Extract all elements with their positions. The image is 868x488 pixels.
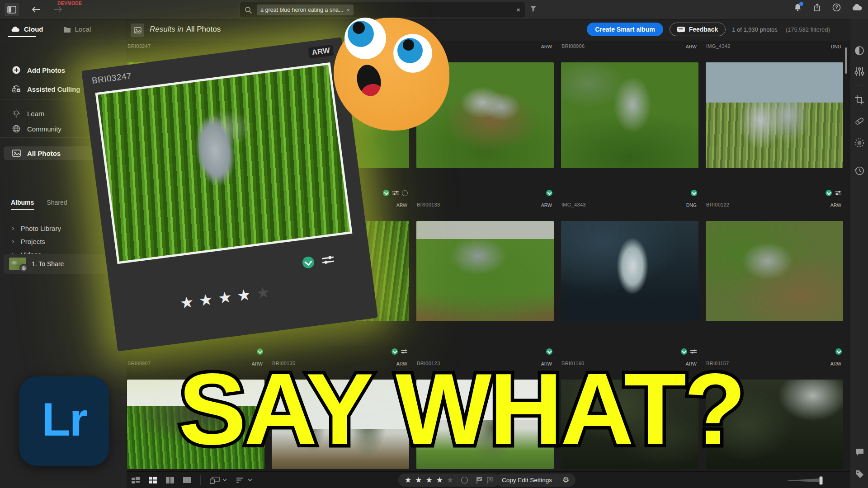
settings-gear-icon[interactable]: ⚙ bbox=[562, 475, 569, 485]
svg-text:?: ? bbox=[835, 5, 838, 10]
edit-icon bbox=[854, 45, 865, 56]
photo-cell[interactable]: BRI00133 ARW bbox=[416, 201, 554, 357]
photo-cell[interactable]: IMG_4343 DNG bbox=[561, 201, 698, 357]
healing-button[interactable] bbox=[850, 116, 868, 127]
tab-local[interactable]: Local bbox=[63, 25, 91, 33]
divider bbox=[472, 475, 472, 485]
help-button[interactable]: ? bbox=[832, 3, 841, 12]
chevron-down-icon bbox=[222, 479, 227, 482]
grid-source-button[interactable] bbox=[131, 23, 144, 37]
divider bbox=[0, 41, 127, 41]
albums-tab-underline bbox=[11, 209, 34, 210]
filter-button[interactable] bbox=[530, 5, 537, 12]
comments-button[interactable] bbox=[850, 448, 868, 456]
format-badge: ARW bbox=[684, 43, 698, 50]
search-clear-icon[interactable]: × bbox=[516, 6, 520, 14]
share-button[interactable] bbox=[813, 3, 821, 12]
photo-grid-icon bbox=[134, 27, 142, 33]
star-icon[interactable]: ★ bbox=[447, 476, 453, 484]
photo-cell[interactable]: BRI08906 ARW bbox=[561, 42, 698, 198]
tab-cloud[interactable]: Cloud bbox=[11, 25, 43, 33]
lightroom-logo: Lr bbox=[19, 376, 109, 466]
card-format-badge: ARW bbox=[308, 45, 334, 59]
photo-cell[interactable]: BRI00122 ARW bbox=[706, 201, 843, 357]
pick-flag-icon[interactable] bbox=[476, 477, 483, 483]
photo-thumbnail bbox=[416, 221, 554, 321]
compare-view-button[interactable] bbox=[166, 477, 174, 483]
create-smart-album-button[interactable]: Create Smart album bbox=[587, 23, 663, 36]
comment-bubble-icon bbox=[855, 448, 864, 456]
photos-icon bbox=[12, 150, 21, 157]
crop-button[interactable] bbox=[850, 95, 868, 105]
astonished-emoji bbox=[334, 18, 449, 131]
caption-text: SAY WHAT? bbox=[131, 358, 791, 460]
star-icon: ★ bbox=[198, 296, 213, 305]
format-badge: ARW bbox=[540, 43, 553, 50]
feedback-bubble-icon bbox=[677, 27, 685, 32]
copy-edit-settings-button[interactable]: Copy Edit Settings bbox=[502, 477, 552, 483]
edit-button[interactable] bbox=[850, 45, 868, 56]
chip-remove-icon[interactable]: × bbox=[346, 7, 350, 14]
bottom-toolbar: ★ ★ ★ ★ ★ Copy Edit Settings ⚙ bbox=[127, 471, 850, 488]
thumbnail-size-slider[interactable] bbox=[788, 478, 823, 483]
notification-dot bbox=[799, 2, 803, 6]
cloud-sync-button[interactable] bbox=[852, 4, 863, 11]
album-label: 1. To Share bbox=[32, 260, 64, 267]
chevron-right-icon: › bbox=[12, 226, 14, 230]
culling-icon bbox=[12, 84, 21, 94]
sort-button[interactable] bbox=[236, 477, 252, 483]
presets-button[interactable] bbox=[850, 66, 868, 77]
photo-cell[interactable]: IMG_4342 DNG bbox=[706, 42, 843, 198]
star-icon[interactable]: ★ bbox=[426, 476, 433, 484]
results-scope: All Photos bbox=[186, 25, 221, 33]
star-icon[interactable]: ★ bbox=[415, 476, 422, 484]
panel-toggle-button[interactable] bbox=[5, 3, 19, 16]
keywords-button[interactable] bbox=[850, 470, 868, 479]
globe-icon bbox=[12, 125, 21, 133]
synced-icon bbox=[383, 190, 389, 196]
synced-icon bbox=[826, 190, 832, 196]
tag-icon bbox=[855, 470, 864, 479]
grid-view-button[interactable] bbox=[149, 477, 157, 483]
rating-flag-group: ★ ★ ★ ★ ★ bbox=[398, 474, 500, 487]
back-button[interactable] bbox=[29, 3, 43, 16]
slider-handle[interactable] bbox=[819, 476, 823, 485]
versions-button[interactable] bbox=[850, 165, 868, 176]
masking-button[interactable] bbox=[850, 137, 868, 148]
star-icon[interactable]: ★ bbox=[436, 476, 443, 484]
color-label-icon[interactable] bbox=[461, 477, 468, 483]
search-input[interactable]: a great blue heron eating a sna... × × bbox=[240, 2, 525, 18]
album-item-to-share[interactable]: 1. To Share 2, bbox=[4, 254, 123, 274]
format-badge: ARW bbox=[829, 202, 843, 208]
plus-circle-icon bbox=[12, 66, 21, 75]
divider bbox=[200, 475, 201, 485]
tab-shared[interactable]: Shared bbox=[47, 199, 67, 206]
folder-icon bbox=[63, 26, 71, 33]
photo-thumbnail bbox=[561, 221, 698, 321]
featured-photo-card: BRI03247 ARW ★ ★ ★ ★ ★ bbox=[81, 37, 378, 351]
format-badge: ARW bbox=[829, 361, 843, 367]
feedback-button[interactable]: Feedback bbox=[670, 23, 726, 36]
search-query-chip[interactable]: a great blue heron eating a sna... × bbox=[257, 5, 354, 15]
masonry-view-button[interactable] bbox=[132, 477, 140, 483]
divider bbox=[457, 475, 458, 485]
synced-icon bbox=[302, 256, 315, 269]
photo-thumbnail bbox=[706, 221, 843, 321]
notifications-button[interactable] bbox=[793, 3, 802, 12]
grid-scrollbar[interactable] bbox=[845, 47, 847, 74]
assisted-culling-label: Assisted Culling bbox=[27, 85, 80, 93]
slideshow-button[interactable] bbox=[210, 477, 227, 484]
reject-flag-icon[interactable] bbox=[486, 477, 494, 483]
star-icon: ★ bbox=[256, 288, 270, 297]
detail-view-button[interactable] bbox=[183, 477, 191, 483]
masking-icon bbox=[854, 137, 865, 148]
copy-edit-group: Copy Edit Settings ⚙ bbox=[495, 474, 576, 487]
star-icon[interactable]: ★ bbox=[405, 476, 411, 484]
share-icon bbox=[813, 3, 821, 12]
format-badge: DNG bbox=[685, 202, 698, 208]
emoji-mouth bbox=[354, 62, 384, 99]
shared-globe-icon bbox=[19, 264, 28, 272]
tab-albums[interactable]: Albums bbox=[11, 199, 34, 206]
divider bbox=[854, 157, 865, 157]
funnel-icon bbox=[530, 5, 537, 12]
